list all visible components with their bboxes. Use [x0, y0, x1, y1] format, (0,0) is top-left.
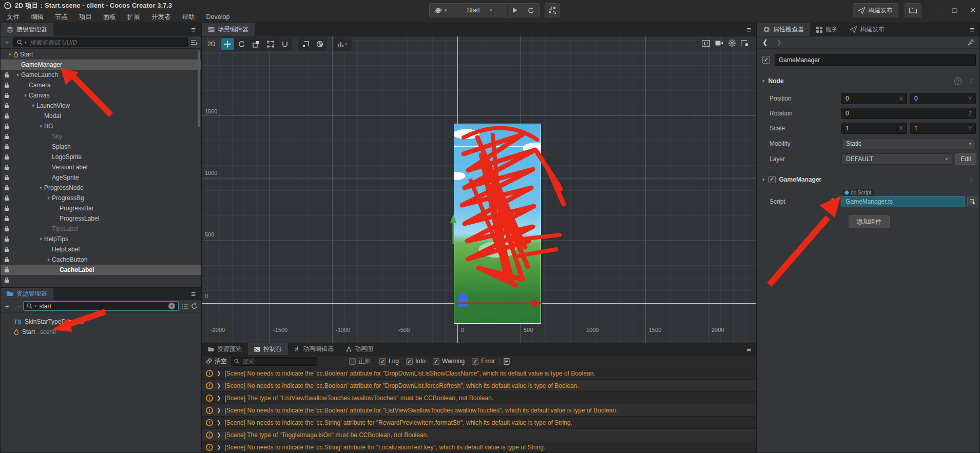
mode-2d-toggle[interactable]: 2D — [205, 38, 218, 50]
tree-node[interactable]: ▾Canvas — [1, 90, 201, 101]
coordinate-toggle-button[interactable] — [313, 38, 326, 50]
console-message[interactable]: !❯[Scene] The type of "ToggleImage.isOn"… — [202, 429, 756, 441]
scale-tool-button[interactable] — [249, 38, 263, 50]
tab-animation-graph[interactable]: 动画图 — [340, 343, 379, 355]
tree-node[interactable]: ▾ProgressNode — [1, 183, 201, 193]
regex-checkbox[interactable]: 正则 — [349, 357, 371, 366]
lock-icon[interactable] — [4, 236, 9, 242]
menu-item[interactable]: 扩展 — [122, 13, 146, 22]
position-x-input[interactable]: 0X — [841, 93, 907, 104]
move-tool-button[interactable] — [221, 38, 234, 50]
lock-icon[interactable] — [4, 123, 9, 129]
console-search-input[interactable] — [241, 358, 314, 365]
menu-item[interactable]: 项目 — [73, 13, 98, 22]
expand-arrow-icon[interactable]: ▾ — [14, 72, 21, 77]
tree-node[interactable]: ▾GameLaunch — [1, 70, 201, 80]
lock-icon[interactable] — [4, 205, 9, 211]
panel-menu-icon[interactable]: ≡ — [186, 23, 201, 36]
tree-node[interactable]: ▾HelpTips — [1, 234, 201, 244]
script-browse-button[interactable] — [967, 196, 977, 207]
expand-arrow-icon[interactable]: ▾ — [37, 124, 44, 129]
scale-x-input[interactable]: 1X — [841, 123, 907, 134]
filter-checkbox[interactable]: ✓Info — [406, 358, 426, 365]
tab-asset-preview[interactable]: 资源预览 — [202, 343, 248, 355]
create-asset-button[interactable]: ＋ — [4, 302, 10, 311]
tree-node[interactable]: ▾LaunchView — [1, 101, 201, 111]
kebab-menu-icon[interactable]: ⋮ — [968, 77, 974, 85]
expand-arrow-icon[interactable]: ▾ — [37, 237, 44, 242]
tab-console[interactable]: 控制台 — [248, 343, 288, 355]
tree-node[interactable]: Camera — [1, 80, 201, 90]
assets-search-input[interactable] — [39, 302, 166, 310]
expand-arrow-icon[interactable]: ❯ — [217, 407, 221, 413]
aspect-ratio-icon[interactable] — [702, 40, 710, 47]
search-filter-chevron[interactable]: ▾ — [25, 41, 27, 45]
mobility-select[interactable]: Static▾ — [841, 138, 976, 149]
close-button[interactable]: ✕ — [970, 6, 976, 14]
lock-icon[interactable] — [4, 246, 9, 252]
view-stats-dropdown[interactable]: ▾ — [334, 38, 351, 50]
position-y-input[interactable]: 0Y — [910, 93, 976, 104]
lock-icon[interactable] — [4, 133, 9, 140]
console-message[interactable]: !❯[Scene] No needs to indicate the 'cc.B… — [202, 380, 756, 392]
console-message[interactable]: !❯[Scene] No needs to indicate the 'cc.B… — [202, 404, 756, 417]
lock-icon[interactable] — [4, 72, 9, 78]
reload-button[interactable] — [523, 4, 539, 17]
console-message[interactable]: !❯[Scene] The type of "ListViewSwallowTo… — [202, 392, 756, 404]
tab-animation-editor[interactable]: 动画编辑器 — [288, 343, 340, 355]
expand-arrow-icon[interactable]: ❯ — [217, 420, 221, 425]
sort-assets-icon[interactable] — [13, 303, 20, 309]
lock-icon[interactable] — [4, 144, 9, 150]
tree-node[interactable]: GameManager — [1, 60, 201, 70]
lock-icon[interactable] — [4, 164, 9, 170]
help-icon[interactable]: ? — [954, 77, 962, 85]
gizmo-tool-button[interactable] — [278, 38, 292, 50]
tree-node[interactable]: ProgressLabel — [1, 213, 201, 224]
lock-icon[interactable] — [4, 174, 9, 181]
search-filter-chevron[interactable]: ▾ — [34, 304, 36, 308]
panel-menu-icon[interactable]: ≡ — [186, 288, 201, 300]
sort-list-icon[interactable] — [191, 40, 198, 45]
expand-arrow-icon[interactable]: ▾ — [7, 52, 13, 57]
menu-item[interactable]: 面板 — [98, 13, 122, 22]
menu-item[interactable]: Develop — [201, 13, 236, 21]
console-message[interactable]: !❯[Scene] No needs to indicate the 'cc.B… — [202, 367, 756, 380]
expand-arrow-icon[interactable]: ▾ — [45, 195, 52, 201]
component-enabled-checkbox[interactable]: ✓ — [768, 176, 776, 183]
tree-node[interactable]: Sky — [1, 131, 201, 142]
tree-node[interactable]: Splash — [1, 142, 201, 152]
tree-node[interactable]: ▾ProgressBg — [1, 193, 201, 203]
lock-icon[interactable] — [4, 185, 9, 191]
expand-arrow-icon[interactable]: ❯ — [217, 395, 221, 401]
tab-hierarchy[interactable]: 层级管理器 — [1, 23, 53, 36]
expand-arrow-icon[interactable]: ▾ — [45, 257, 52, 262]
camera-icon[interactable] — [715, 40, 723, 46]
lock-icon[interactable] — [4, 277, 9, 283]
clear-console-button[interactable]: 清空 — [206, 357, 227, 366]
layer-select[interactable]: DEFAULT▾ — [841, 153, 952, 165]
expand-arrow-icon[interactable]: ▾ — [30, 103, 36, 108]
clear-search-icon[interactable]: ✕ — [168, 303, 175, 309]
lock-icon[interactable] — [4, 82, 9, 88]
launch-scene-select[interactable]: Start ▾ — [452, 4, 508, 17]
tab-assets[interactable]: 资源管理器 — [1, 288, 53, 300]
tree-node[interactable]: VersionLabel — [1, 162, 201, 172]
component-header[interactable]: ▾ ✓ GameManager ⋮ — [757, 173, 979, 186]
lock-icon[interactable] — [4, 257, 9, 263]
lock-icon[interactable] — [4, 113, 9, 119]
node-name-field[interactable]: GameManager — [775, 54, 976, 66]
scene-settings-icon[interactable] — [741, 40, 749, 47]
kebab-menu-icon[interactable]: ⋮ — [968, 175, 974, 183]
lock-icon[interactable] — [4, 195, 9, 201]
tree-node[interactable]: ▾CacheButton — [1, 254, 201, 265]
expand-arrow-icon[interactable]: ▾ — [22, 93, 29, 98]
panel-menu-icon[interactable]: ≡ — [965, 23, 979, 36]
tree-node[interactable] — [1, 275, 201, 285]
gear-icon[interactable] — [728, 40, 736, 47]
node-active-checkbox[interactable]: ✓ — [762, 56, 770, 64]
asset-item[interactable]: Start.scene — [1, 327, 201, 337]
gizmo-x-arrow[interactable] — [457, 298, 545, 309]
filter-checkbox[interactable]: ✓Warning — [433, 358, 465, 365]
tab-scene-editor[interactable]: 场景编辑器 — [202, 23, 255, 36]
console-message[interactable]: !❯[Scene] No needs to indicate the 'cc.S… — [202, 441, 756, 452]
